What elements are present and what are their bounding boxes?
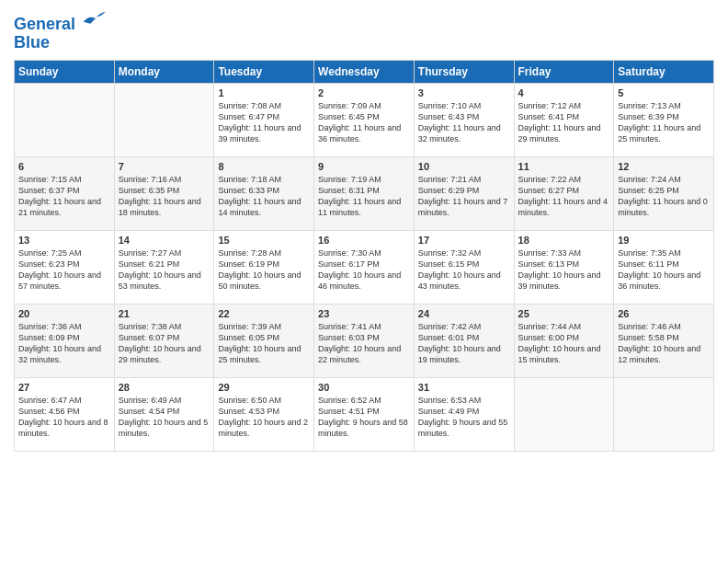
calendar-day-cell: 27Sunrise: 6:47 AM Sunset: 4:56 PM Dayli… <box>15 377 115 451</box>
calendar-day-cell: 28Sunrise: 6:49 AM Sunset: 4:54 PM Dayli… <box>114 377 214 451</box>
day-info: Sunrise: 7:16 AM Sunset: 6:35 PM Dayligh… <box>119 174 210 219</box>
logo-text: General <box>14 9 108 34</box>
day-number: 7 <box>119 161 210 172</box>
weekday-header-cell: Saturday <box>614 60 714 83</box>
day-info: Sunrise: 7:32 AM Sunset: 6:15 PM Dayligh… <box>418 247 510 293</box>
calendar-day-cell: 17Sunrise: 7:32 AM Sunset: 6:15 PM Dayli… <box>414 230 514 304</box>
calendar-day-cell: 3Sunrise: 7:10 AM Sunset: 6:43 PM Daylig… <box>414 83 514 156</box>
weekday-header-row: SundayMondayTuesdayWednesdayThursdayFrid… <box>15 60 714 83</box>
weekday-header-cell: Wednesday <box>314 60 415 83</box>
calendar-day-cell: 16Sunrise: 7:30 AM Sunset: 6:17 PM Dayli… <box>314 230 415 304</box>
day-info: Sunrise: 7:18 AM Sunset: 6:33 PM Dayligh… <box>218 174 310 219</box>
calendar-day-cell: 15Sunrise: 7:28 AM Sunset: 6:19 PM Dayli… <box>214 230 314 304</box>
day-info: Sunrise: 6:49 AM Sunset: 4:54 PM Dayligh… <box>119 395 210 440</box>
calendar-day-cell: 4Sunrise: 7:12 AM Sunset: 6:41 PM Daylig… <box>514 83 614 156</box>
day-number: 22 <box>218 308 310 319</box>
calendar-week-row: 20Sunrise: 7:36 AM Sunset: 6:09 PM Dayli… <box>15 304 714 377</box>
calendar-table: SundayMondayTuesdayWednesdayThursdayFrid… <box>14 60 714 452</box>
day-info: Sunrise: 7:22 AM Sunset: 6:27 PM Dayligh… <box>518 174 610 219</box>
day-number: 14 <box>119 235 210 246</box>
calendar-day-cell: 19Sunrise: 7:35 AM Sunset: 6:11 PM Dayli… <box>614 230 714 304</box>
weekday-header-cell: Thursday <box>414 60 514 83</box>
calendar-day-cell: 14Sunrise: 7:27 AM Sunset: 6:21 PM Dayli… <box>114 230 214 304</box>
calendar-day-cell: 11Sunrise: 7:22 AM Sunset: 6:27 PM Dayli… <box>514 156 614 230</box>
calendar-body: 1Sunrise: 7:08 AM Sunset: 6:47 PM Daylig… <box>15 83 714 451</box>
calendar-week-row: 6Sunrise: 7:15 AM Sunset: 6:37 PM Daylig… <box>15 156 714 230</box>
day-info: Sunrise: 7:08 AM Sunset: 6:47 PM Dayligh… <box>218 100 310 145</box>
day-number: 19 <box>618 235 710 246</box>
weekday-header-cell: Tuesday <box>214 60 314 83</box>
weekday-header-cell: Friday <box>514 60 614 83</box>
day-number: 6 <box>18 161 110 172</box>
calendar-day-cell: 8Sunrise: 7:18 AM Sunset: 6:33 PM Daylig… <box>214 156 314 230</box>
day-number: 30 <box>318 382 410 393</box>
calendar-day-cell: 29Sunrise: 6:50 AM Sunset: 4:53 PM Dayli… <box>214 377 314 451</box>
page: General Blue SundayMondayTuesdayWednesda… <box>0 0 728 563</box>
calendar-day-cell <box>15 83 115 156</box>
header: General Blue <box>14 9 714 52</box>
day-number: 17 <box>418 235 510 246</box>
day-number: 5 <box>618 87 710 98</box>
calendar-day-cell <box>614 377 714 451</box>
day-number: 10 <box>418 161 510 172</box>
logo-blue: Blue <box>14 34 108 52</box>
day-info: Sunrise: 7:09 AM Sunset: 6:45 PM Dayligh… <box>318 100 410 145</box>
weekday-header-cell: Sunday <box>15 60 115 83</box>
calendar-week-row: 13Sunrise: 7:25 AM Sunset: 6:23 PM Dayli… <box>15 230 714 304</box>
calendar-day-cell: 26Sunrise: 7:46 AM Sunset: 5:58 PM Dayli… <box>614 304 714 377</box>
day-info: Sunrise: 6:47 AM Sunset: 4:56 PM Dayligh… <box>18 395 110 440</box>
day-number: 2 <box>318 87 410 98</box>
day-info: Sunrise: 7:30 AM Sunset: 6:17 PM Dayligh… <box>318 247 410 293</box>
calendar-day-cell: 21Sunrise: 7:38 AM Sunset: 6:07 PM Dayli… <box>114 304 214 377</box>
day-info: Sunrise: 7:27 AM Sunset: 6:21 PM Dayligh… <box>119 247 210 293</box>
day-number: 4 <box>518 87 610 98</box>
calendar-day-cell: 25Sunrise: 7:44 AM Sunset: 6:00 PM Dayli… <box>514 304 614 377</box>
logo-general: General <box>14 15 75 33</box>
calendar-day-cell: 2Sunrise: 7:09 AM Sunset: 6:45 PM Daylig… <box>314 83 415 156</box>
day-info: Sunrise: 7:41 AM Sunset: 6:03 PM Dayligh… <box>318 321 410 366</box>
day-info: Sunrise: 7:25 AM Sunset: 6:23 PM Dayligh… <box>18 247 110 293</box>
day-info: Sunrise: 7:21 AM Sunset: 6:29 PM Dayligh… <box>418 174 510 219</box>
calendar-week-row: 27Sunrise: 6:47 AM Sunset: 4:56 PM Dayli… <box>15 377 714 451</box>
calendar-day-cell: 23Sunrise: 7:41 AM Sunset: 6:03 PM Dayli… <box>314 304 415 377</box>
calendar-day-cell <box>114 83 214 156</box>
day-info: Sunrise: 6:50 AM Sunset: 4:53 PM Dayligh… <box>218 395 310 440</box>
day-number: 31 <box>418 382 510 393</box>
weekday-header-cell: Monday <box>114 60 214 83</box>
day-info: Sunrise: 7:44 AM Sunset: 6:00 PM Dayligh… <box>518 321 610 366</box>
day-number: 9 <box>318 161 410 172</box>
day-info: Sunrise: 7:12 AM Sunset: 6:41 PM Dayligh… <box>518 100 610 145</box>
day-number: 29 <box>218 382 310 393</box>
calendar-day-cell: 13Sunrise: 7:25 AM Sunset: 6:23 PM Dayli… <box>15 230 115 304</box>
day-number: 21 <box>119 308 210 319</box>
day-info: Sunrise: 7:24 AM Sunset: 6:25 PM Dayligh… <box>618 174 710 219</box>
day-info: Sunrise: 7:33 AM Sunset: 6:13 PM Dayligh… <box>518 247 610 293</box>
calendar-day-cell: 5Sunrise: 7:13 AM Sunset: 6:39 PM Daylig… <box>614 83 714 156</box>
day-number: 25 <box>518 308 610 319</box>
day-number: 3 <box>418 87 510 98</box>
day-number: 12 <box>618 161 710 172</box>
calendar-week-row: 1Sunrise: 7:08 AM Sunset: 6:47 PM Daylig… <box>15 83 714 156</box>
day-number: 28 <box>119 382 210 393</box>
day-number: 24 <box>418 308 510 319</box>
calendar-day-cell: 30Sunrise: 6:52 AM Sunset: 4:51 PM Dayli… <box>314 377 415 451</box>
day-number: 15 <box>218 235 310 246</box>
calendar-day-cell: 7Sunrise: 7:16 AM Sunset: 6:35 PM Daylig… <box>114 156 214 230</box>
day-number: 18 <box>518 235 610 246</box>
day-info: Sunrise: 7:38 AM Sunset: 6:07 PM Dayligh… <box>119 321 210 366</box>
calendar-day-cell: 9Sunrise: 7:19 AM Sunset: 6:31 PM Daylig… <box>314 156 415 230</box>
day-info: Sunrise: 6:52 AM Sunset: 4:51 PM Dayligh… <box>318 395 410 440</box>
day-info: Sunrise: 7:10 AM Sunset: 6:43 PM Dayligh… <box>418 100 510 145</box>
day-number: 20 <box>18 308 110 319</box>
day-info: Sunrise: 7:28 AM Sunset: 6:19 PM Dayligh… <box>218 247 310 293</box>
calendar-day-cell: 31Sunrise: 6:53 AM Sunset: 4:49 PM Dayli… <box>414 377 514 451</box>
day-info: Sunrise: 7:46 AM Sunset: 5:58 PM Dayligh… <box>618 321 710 366</box>
calendar-day-cell: 10Sunrise: 7:21 AM Sunset: 6:29 PM Dayli… <box>414 156 514 230</box>
day-info: Sunrise: 7:13 AM Sunset: 6:39 PM Dayligh… <box>618 100 710 145</box>
day-number: 27 <box>18 382 110 393</box>
calendar-day-cell: 1Sunrise: 7:08 AM Sunset: 6:47 PM Daylig… <box>214 83 314 156</box>
day-info: Sunrise: 7:39 AM Sunset: 6:05 PM Dayligh… <box>218 321 310 366</box>
day-info: Sunrise: 7:15 AM Sunset: 6:37 PM Dayligh… <box>18 174 110 219</box>
day-number: 1 <box>218 87 310 98</box>
calendar-day-cell: 6Sunrise: 7:15 AM Sunset: 6:37 PM Daylig… <box>15 156 115 230</box>
